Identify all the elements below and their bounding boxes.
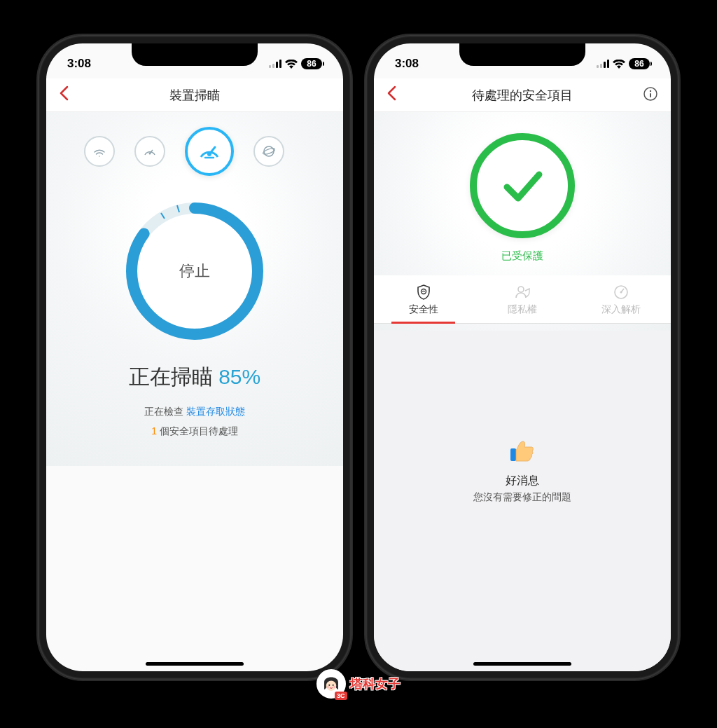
scan-category-icons	[46, 126, 343, 177]
nav-bar: 待處理的安全項目	[374, 78, 671, 112]
battery-icon: 86	[629, 58, 650, 69]
privacy-icon	[473, 284, 571, 301]
gauge-scan-icon-active	[185, 127, 234, 176]
protected-check-icon	[470, 133, 575, 238]
home-indicator[interactable]	[146, 662, 244, 666]
svg-rect-24	[650, 93, 651, 97]
stop-button-label[interactable]: 停止	[121, 198, 268, 345]
home-indicator[interactable]	[473, 662, 571, 666]
svg-rect-21	[607, 60, 609, 68]
good-news-subtitle: 您沒有需要修正的問題	[374, 491, 671, 504]
notch	[132, 43, 258, 66]
svg-point-10	[263, 147, 276, 156]
tab-analysis[interactable]: 深入解析	[572, 275, 671, 323]
good-news-title: 好消息	[374, 474, 671, 488]
scan-status-text: 正在掃瞄 85%	[46, 363, 343, 392]
phone-frame-left: 3:08 86 裝置掃瞄	[38, 35, 351, 680]
tab-label: 深入解析	[572, 303, 671, 316]
svg-rect-20	[604, 62, 606, 68]
nav-bar: 裝置掃瞄	[46, 78, 343, 112]
signal-icon	[269, 60, 281, 68]
tab-label: 隱私權	[473, 303, 571, 316]
watermark-text: 塔科女子	[350, 675, 401, 692]
tab-label: 安全性	[374, 303, 473, 316]
info-button[interactable]	[643, 86, 658, 104]
svg-point-7	[207, 152, 211, 156]
svg-rect-18	[597, 65, 599, 68]
wifi-icon	[285, 60, 298, 69]
scan-hero: 停止 正在掃瞄 85% 正在檢查 裝置存取狀態 1 個安全項目待處理	[46, 112, 343, 466]
svg-point-33	[328, 685, 330, 686]
tab-privacy[interactable]: 隱私權	[473, 275, 571, 323]
phone-frame-right: 3:08 86 待處理的安全項目	[366, 35, 679, 680]
satellite-scan-icon	[253, 136, 284, 167]
page-title: 待處理的安全項目	[472, 87, 573, 104]
status-time: 3:08	[395, 57, 419, 71]
svg-point-32	[326, 680, 336, 690]
scan-progress-ring[interactable]: 停止	[121, 198, 268, 345]
watermark-badge: 3C	[335, 692, 347, 700]
svg-rect-19	[600, 64, 602, 68]
page-title: 裝置掃瞄	[169, 87, 220, 104]
battery-icon: 86	[301, 58, 322, 69]
tab-security[interactable]: 安全性	[374, 275, 473, 323]
svg-point-35	[327, 686, 329, 688]
wifi-scan-icon	[84, 136, 115, 167]
svg-rect-1	[272, 64, 274, 68]
svg-rect-2	[276, 62, 278, 68]
svg-point-26	[518, 287, 524, 292]
wifi-icon	[613, 60, 625, 69]
gauge-icon	[572, 284, 671, 301]
svg-point-36	[333, 686, 335, 688]
result-body: 好消息 您沒有需要修正的問題	[374, 331, 671, 671]
back-button[interactable]	[387, 85, 396, 105]
status-time: 3:08	[67, 57, 91, 71]
svg-point-29	[620, 291, 622, 294]
svg-point-34	[333, 685, 334, 686]
watermark: 3C 塔科女子	[316, 669, 401, 699]
signal-icon	[597, 60, 609, 68]
notch	[459, 43, 585, 66]
svg-point-23	[650, 90, 651, 91]
gauge-scan-icon	[134, 136, 165, 167]
svg-rect-0	[269, 65, 271, 68]
result-hero: 已受保護 安全性 隱私權	[374, 112, 671, 331]
back-button[interactable]	[59, 85, 69, 105]
svg-rect-30	[510, 448, 516, 461]
checking-line: 正在檢查 裝置存取狀態	[46, 406, 343, 418]
svg-point-5	[149, 153, 151, 155]
thumbs-up-icon	[508, 436, 537, 465]
tabs: 安全性 隱私權 深入解析	[374, 275, 671, 324]
protected-label: 已受保護	[374, 249, 671, 263]
svg-rect-3	[279, 60, 281, 68]
pending-line: 1 個安全項目待處理	[46, 425, 343, 438]
shield-icon	[374, 284, 473, 301]
